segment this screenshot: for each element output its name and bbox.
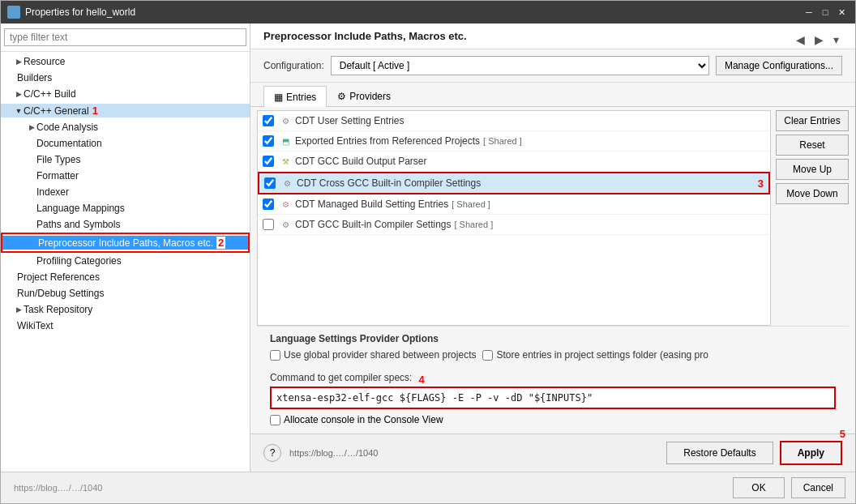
restore-defaults-button[interactable]: Restore Defaults	[666, 442, 773, 464]
entry-checkbox-3[interactable]	[263, 156, 274, 167]
tree-item-wikitext[interactable]: WikiText	[1, 318, 250, 334]
entry-text-3: CDT GCC Build Output Parser	[295, 156, 427, 167]
entry-badge-5: [ Shared ]	[452, 199, 490, 209]
move-down-button[interactable]: Move Down	[776, 183, 849, 204]
entry-checkbox-6[interactable]	[263, 219, 274, 230]
tree-item-run-debug[interactable]: Run/Debug Settings	[1, 285, 250, 301]
tree-item-code-analysis[interactable]: ▶ Code Analysis	[1, 119, 250, 135]
tree-item-profiling-categories[interactable]: Profiling Categories	[1, 253, 250, 269]
tree-item-resource[interactable]: ▶ Resource	[1, 53, 250, 70]
manage-configurations-button[interactable]: Manage Configurations...	[716, 56, 842, 75]
tree-item-project-references[interactable]: Project References	[1, 269, 250, 285]
maximize-button[interactable]: □	[818, 5, 832, 19]
tree-item-file-types[interactable]: File Types	[1, 152, 250, 168]
entry-checkbox-1[interactable]	[263, 115, 274, 126]
annotation-1: 1	[92, 105, 98, 117]
entry-cdt-user[interactable]: ⚙ CDT User Setting Entries	[258, 111, 770, 131]
tree-item-language-mappings[interactable]: Language Mappings	[1, 200, 250, 216]
config-row: Configuration: Default [ Active ] Manage…	[250, 49, 855, 83]
tree-item-builders[interactable]: Builders	[1, 70, 250, 86]
reset-button[interactable]: Reset	[776, 135, 849, 156]
tree-item-paths-and-symbols[interactable]: Paths and Symbols	[1, 216, 250, 233]
cross-gcc-icon: ⚙	[280, 177, 293, 190]
back-button[interactable]: ◀	[793, 32, 808, 48]
entry-badge-2: [ Shared ]	[483, 136, 522, 146]
lang-settings-title: Language Settings Provider Options	[270, 333, 836, 344]
menu-button[interactable]: ▾	[830, 32, 842, 48]
global-provider-label: Use global provider shared between proje…	[284, 349, 476, 361]
tree-item-indexer[interactable]: Indexer	[1, 184, 250, 200]
move-up-button[interactable]: Move Up	[776, 159, 849, 180]
page-title: Preprocessor Include Paths, Macros etc.	[263, 30, 467, 42]
allocate-console-checkbox[interactable]	[270, 415, 280, 425]
annotation-4: 4	[418, 374, 424, 386]
tree-item-documentation[interactable]: Documentation	[1, 135, 250, 152]
command-input[interactable]	[272, 388, 834, 408]
lang-check-store[interactable]: Store entries in project settings folder…	[482, 349, 708, 361]
tree-item-cpp-build[interactable]: ▶ C/C++ Build	[1, 86, 250, 102]
tree-item-label: Project References	[17, 271, 100, 283]
entry-text-5: CDT Managed Build Setting Entries	[295, 199, 448, 210]
entry-checkbox-2[interactable]	[263, 135, 274, 147]
entry-checkbox-5[interactable]	[263, 199, 274, 210]
tab-providers[interactable]: ⚙ Providers	[327, 86, 401, 106]
tree-item-label: Formatter	[36, 170, 79, 182]
expand-icon: ▶	[14, 57, 24, 66]
filter-bar	[1, 23, 250, 52]
help-button[interactable]: ?	[263, 444, 281, 462]
export-icon: ⬒	[279, 135, 292, 147]
tree-item-label: Code Analysis	[36, 122, 98, 133]
tabs-bar: ▦ Entries ⚙ Providers	[250, 86, 855, 107]
builtin-icon: ⚙	[279, 218, 292, 231]
entries-panel: ⚙ CDT User Setting Entries ⬒ Exported En…	[257, 110, 771, 326]
entry-checkbox-4[interactable]	[264, 177, 276, 189]
properties-window: Properties for hello_world ─ □ ✕ ▶ Resou…	[0, 0, 856, 504]
tree-item-label: Builders	[17, 72, 52, 83]
ok-button[interactable]: OK	[733, 477, 784, 498]
config-label: Configuration:	[263, 60, 324, 71]
lang-checkboxes: Use global provider shared between proje…	[270, 349, 836, 361]
entry-exported[interactable]: ⬒ Exported Entries from Referenced Proje…	[258, 131, 770, 152]
app-icon	[7, 6, 20, 19]
providers-tab-icon: ⚙	[337, 91, 346, 102]
entry-badge-6: [ Shared ]	[455, 220, 494, 229]
global-provider-checkbox[interactable]	[270, 350, 280, 361]
cancel-button[interactable]: Cancel	[791, 477, 845, 498]
tree-item-label: C/C++ Build	[24, 88, 76, 100]
allocate-check-label[interactable]: Allocate console in the Console View	[270, 414, 836, 425]
tab-providers-label: Providers	[349, 91, 391, 102]
close-button[interactable]: ✕	[834, 5, 849, 19]
window-controls: ─ □ ✕	[802, 5, 849, 19]
entry-text-2: Exported Entries from Referenced Project…	[295, 135, 480, 147]
tree-item-label: Run/Debug Settings	[17, 288, 104, 299]
tree-item-preprocessor[interactable]: Preprocessor Include Paths, Macros etc. …	[1, 233, 250, 253]
config-dropdown[interactable]: Default [ Active ]	[331, 56, 709, 75]
forward-button[interactable]: ▶	[811, 32, 827, 48]
entry-gcc-builtin[interactable]: ⚙ CDT GCC Built-in Compiler Settings [ S…	[258, 215, 770, 235]
tree-item-label: Documentation	[36, 138, 102, 149]
tree-item-label: Preprocessor Include Paths, Macros etc.	[38, 237, 213, 249]
tree-item-cpp-general[interactable]: ▼ C/C++ General 1	[1, 102, 250, 119]
expand-icon: ▶	[27, 122, 36, 132]
tree-item-task-repository[interactable]: ▶ Task Repository	[1, 301, 250, 318]
minimize-button[interactable]: ─	[802, 5, 816, 19]
expand-icon: ▶	[14, 89, 24, 99]
lang-check-global[interactable]: Use global provider shared between proje…	[270, 349, 476, 361]
search-input[interactable]	[4, 28, 246, 46]
annotation-5: 5	[840, 428, 845, 440]
tab-entries[interactable]: ▦ Entries	[263, 86, 327, 107]
entry-gcc-build[interactable]: ⚒ CDT GCC Build Output Parser	[258, 152, 770, 172]
clear-entries-button[interactable]: Clear Entries	[776, 110, 849, 131]
entry-cross-gcc[interactable]: ⚙ CDT Cross GCC Built-in Compiler Settin…	[258, 172, 770, 194]
apply-button[interactable]: Apply	[780, 441, 842, 465]
entry-managed[interactable]: ⚙ CDT Managed Build Setting Entries [ Sh…	[258, 194, 770, 215]
tree-item-formatter[interactable]: Formatter	[1, 168, 250, 184]
tree-item-label: Profiling Categories	[36, 255, 122, 267]
tree-item-label: C/C++ General	[24, 105, 89, 117]
store-entries-checkbox[interactable]	[482, 350, 493, 361]
tree-item-label: Indexer	[36, 186, 69, 198]
managed-icon: ⚙	[279, 198, 292, 211]
window-title: Properties for hello_world	[25, 6, 797, 18]
language-settings-section: Language Settings Provider Options Use g…	[257, 326, 849, 367]
tree-item-label: WikiText	[17, 320, 54, 331]
